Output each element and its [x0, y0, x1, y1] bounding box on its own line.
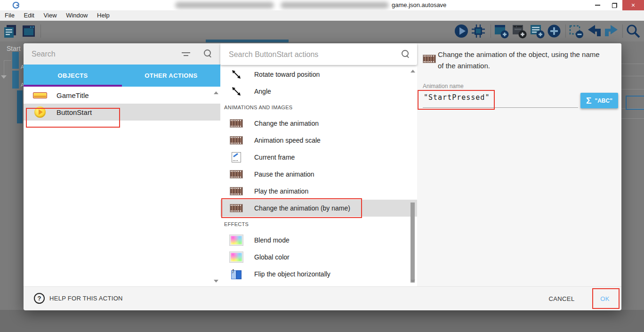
search-icon[interactable]	[402, 50, 410, 58]
action-editor-dialog: OBJECTS OTHER ACTIONS GameTitle ButtonSt…	[24, 43, 621, 310]
film-strip-icon	[230, 136, 243, 145]
action-row-partial[interactable]	[220, 283, 417, 286]
background-field-outline	[626, 96, 644, 110]
redacted-title-text	[281, 2, 389, 8]
animation-name-input[interactable]: "StartPressed"	[424, 93, 490, 102]
scroll-down-icon[interactable]	[214, 280, 218, 283]
film-strip-icon	[230, 187, 243, 195]
scroll-up-icon[interactable]	[214, 91, 218, 94]
background-row-divider	[621, 76, 644, 76]
flip-horizontal-icon: ⤴	[230, 269, 243, 279]
events-sheet-icon[interactable]	[3, 23, 19, 39]
rainbow-icon	[230, 235, 243, 245]
object-search-bar	[24, 43, 220, 65]
action-row-angle[interactable]: Angle	[220, 83, 417, 100]
debug-icon[interactable]	[470, 23, 486, 39]
action-row-change-animation-by-name[interactable]: Change the animation (by name)	[220, 200, 417, 217]
action-row-flip-horizontally[interactable]: ⤴ Flip the object horizontally	[220, 266, 417, 283]
ok-button[interactable]: OK	[593, 292, 617, 305]
close-button[interactable]: ×	[622, 0, 644, 10]
event-block	[12, 52, 19, 69]
window-title: game.json.autosave	[392, 1, 446, 8]
film-strip-icon	[423, 55, 436, 63]
action-row-rotate-toward-position[interactable]: Rotate toward position	[220, 66, 417, 83]
diagonal-arrow-icon	[230, 69, 243, 80]
film-strip-icon	[230, 119, 243, 128]
list-item-buttonstart[interactable]: ButtonStart	[24, 104, 220, 121]
help-button[interactable]: ? HELP FOR THIS ACTION	[34, 293, 123, 304]
action-description: Change the animation of the object, usin…	[438, 49, 603, 72]
toolbar	[0, 21, 644, 41]
dialog-footer: ? HELP FOR THIS ACTION CANCEL OK	[24, 286, 621, 310]
background-row-divider	[621, 64, 644, 64]
open-expression-editor-button[interactable]: Σ "ABC"	[580, 93, 618, 108]
minimize-icon	[595, 5, 600, 6]
input-underline	[423, 107, 578, 108]
sigma-icon: Σ	[586, 96, 591, 106]
event-connector	[4, 60, 11, 61]
play-icon[interactable]	[453, 23, 469, 39]
search-icon[interactable]	[204, 49, 212, 58]
restore-icon	[612, 3, 617, 8]
film-strip-icon	[230, 204, 243, 212]
menu-edit[interactable]: Edit	[20, 12, 38, 19]
action-row-global-color[interactable]: Global color	[220, 249, 417, 266]
tab-other-actions[interactable]: OTHER ACTIONS	[122, 65, 220, 87]
action-search-input[interactable]	[228, 49, 385, 61]
menu-window[interactable]: Window	[62, 12, 91, 19]
app-logo-gdevelop-icon	[12, 1, 20, 9]
add-events-icon[interactable]	[529, 23, 545, 39]
redo-icon[interactable]	[604, 23, 620, 39]
deselect-icon[interactable]	[568, 23, 584, 39]
action-search-bar	[220, 43, 417, 65]
scroll-down-icon[interactable]	[411, 280, 415, 283]
object-list: GameTitle ButtonStart	[24, 87, 220, 286]
search-icon[interactable]	[625, 23, 641, 39]
action-row-current-frame[interactable]: Current frame	[220, 149, 417, 166]
minimize-button[interactable]	[589, 0, 605, 10]
action-row-animation-speed-scale[interactable]: Animation speed scale	[220, 132, 417, 149]
action-row-play-animation[interactable]: Play the animation	[220, 183, 417, 200]
scene-editor-icon[interactable]	[21, 23, 37, 39]
event-connector	[4, 60, 4, 77]
background-scene-tab-label: Start	[7, 45, 21, 52]
toolbar-separator	[491, 24, 491, 38]
cancel-button[interactable]: CANCEL	[545, 292, 578, 305]
section-header-effects: EFFECTS	[220, 217, 417, 232]
add-object-icon[interactable]	[493, 23, 509, 39]
question-mark-icon: ?	[34, 293, 45, 304]
object-search-input[interactable]	[31, 48, 188, 60]
action-row-pause-animation[interactable]: Pause the animation	[220, 166, 417, 183]
action-list: Rotate toward position Angle ANIMATIONS …	[220, 65, 417, 286]
menubar: File Edit View Window Help	[0, 10, 644, 21]
tab-objects[interactable]: OBJECTS	[24, 65, 122, 87]
menu-view[interactable]: View	[40, 12, 61, 19]
action-row-change-animation[interactable]: Change the animation	[220, 115, 417, 132]
undo-icon[interactable]	[586, 23, 602, 39]
rainbow-icon	[230, 252, 243, 262]
animation-name-label: Animation name	[423, 83, 464, 89]
object-selector-panel: OBJECTS OTHER ACTIONS GameTitle ButtonSt…	[24, 43, 220, 286]
restore-button[interactable]	[606, 0, 622, 10]
list-item-gametitle[interactable]: GameTitle	[24, 87, 220, 104]
titlebar: game.json.autosave ×	[0, 0, 644, 10]
event-block	[12, 71, 19, 89]
toolbar-separator	[40, 24, 41, 38]
menu-help[interactable]: Help	[93, 12, 113, 19]
action-parameters-panel: Change the animation of the object, usin…	[417, 43, 621, 286]
add-circle-icon[interactable]	[546, 23, 562, 39]
workspace-lower-shade	[0, 310, 644, 332]
action-row-blend-mode[interactable]: Blend mode	[220, 232, 417, 249]
filter-icon[interactable]	[182, 51, 191, 57]
action-selector-panel: Rotate toward position Angle ANIMATIONS …	[220, 43, 417, 286]
background-row-divider	[621, 89, 644, 89]
frame-page-icon	[230, 152, 243, 162]
section-header-animations: ANIMATIONS AND IMAGES	[220, 100, 417, 115]
diagonal-arrow-icon	[230, 86, 243, 97]
scroll-up-icon[interactable]	[411, 70, 415, 73]
close-icon: ×	[631, 1, 635, 9]
toolbar-separator	[622, 24, 623, 38]
add-external-events-icon[interactable]	[511, 23, 527, 39]
scrollbar-thumb[interactable]	[411, 202, 415, 283]
menu-file[interactable]: File	[1, 12, 18, 19]
